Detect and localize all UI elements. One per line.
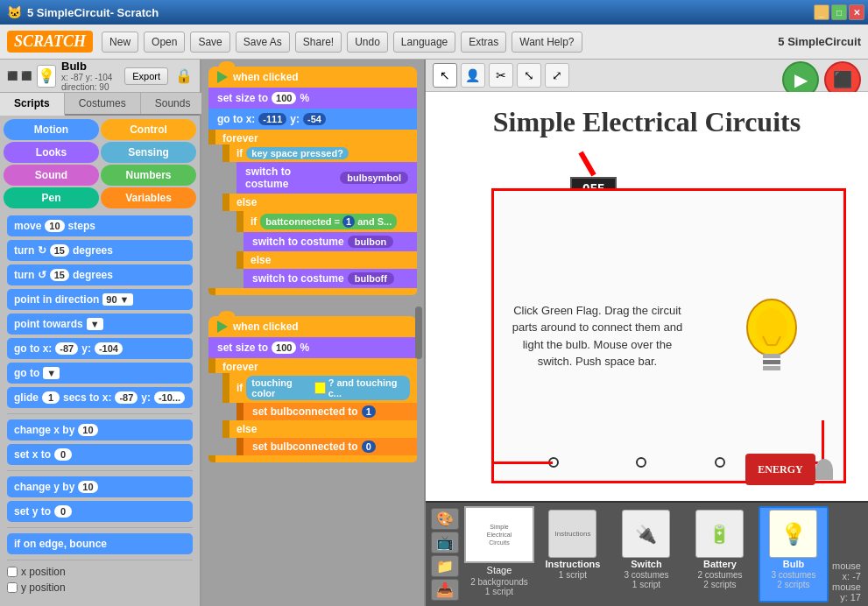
import-btn[interactable]: 📥 [431,579,459,601]
maximize-button[interactable]: □ [831,4,847,20]
green-flag-icon-2 [217,321,228,333]
block-edge-bounce[interactable]: if on edge, bounce [7,533,193,554]
hat-label-1: when clicked [233,71,299,83]
switch-thumbnail: 🔌 [622,510,670,558]
folder-btn[interactable]: 📁 [431,555,459,577]
block-change-x[interactable]: change x by 10 [7,419,193,440]
scrollbar-thumb[interactable] [415,307,422,359]
block-turn-ccw[interactable]: turn ↺ 15 degrees [7,264,193,285]
bottom-panel: 🎨 📺 📁 📥 SimpleElectricalCircuits Stage 2… [426,501,868,606]
stage-toolbar: ↖ 👤 ✂ ⤡ ⤢ ▶ ⬛ [426,60,868,92]
category-numbers[interactable]: Numbers [101,165,196,186]
save-as-button[interactable]: Save As [236,32,290,53]
sprite-bulb[interactable]: 💡 Bulb 3 costumes2 scripts [759,506,829,602]
help-button[interactable]: Want Help? [512,32,582,53]
stage-title: Simple Electrical Circuits [426,92,868,138]
sprite-instructions[interactable]: Instructions Instructions 1 script [538,506,608,602]
checkbox-x-position[interactable]: x position [7,566,193,578]
project-name: 5 SimpleCircuit [778,35,861,48]
stage-label: Stage [487,565,512,575]
costume-name-on: bulbon [348,236,394,248]
if-block-2[interactable]: if battconnected = 1 and S... [236,211,417,232]
battery-top [815,459,833,480]
grow-tool[interactable]: ⤡ [517,63,541,88]
category-pen[interactable]: Pen [4,187,99,208]
checkbox-y-position[interactable]: y position [7,581,193,594]
stage-btn[interactable]: 📺 [431,532,459,553]
block-move[interactable]: move 10 steps [7,215,193,236]
sprite-thumbnail: 💡 [37,65,56,88]
forever-block-2[interactable]: forever [208,358,417,373]
open-button[interactable]: Open [144,32,185,53]
block-point-direction[interactable]: point in direction 90 ▼ [7,289,193,310]
lock-icon: 🔒 [175,67,193,84]
category-variables[interactable]: Variables [101,187,196,208]
share-button[interactable]: Share! [295,32,342,53]
category-sensing[interactable]: Sensing [101,142,196,163]
circuit-dot-2 [636,457,646,468]
export-button[interactable]: Export [124,67,168,85]
shrink-tool[interactable]: ⤢ [545,63,569,88]
switch-lever [578,152,596,177]
scripts-panel[interactable]: when clicked set size to 100 % go to x: … [201,60,426,606]
category-looks[interactable]: Looks [4,142,99,163]
hat-block-2[interactable]: when clicked [208,316,417,337]
right-panel: ↖ 👤 ✂ ⤡ ⤢ ▶ ⬛ Simple Electrical Circuits… [426,60,868,606]
forever-block-1[interactable]: forever [208,130,417,144]
block-set-size-2[interactable]: set size to 100 % [208,337,417,358]
block-change-y[interactable]: change y by 10 [7,476,193,497]
svg-rect-6 [763,366,780,370]
block-point-towards[interactable]: point towards ▼ [7,314,193,335]
sprite-instructions-detail: 1 script [559,570,587,580]
stamp-tool[interactable]: 👤 [461,63,485,88]
stage-thumbnail[interactable]: SimpleElectricalCircuits [464,506,534,563]
svg-rect-5 [763,360,780,364]
block-set-size-1[interactable]: set size to 100 % [208,88,417,109]
tab-scripts[interactable]: Scripts [0,93,65,116]
language-button[interactable]: Language [393,32,455,53]
close-button[interactable]: ✕ [849,4,864,20]
extras-button[interactable]: Extras [461,32,506,53]
tab-sounds[interactable]: Sounds [141,93,206,114]
category-sound[interactable]: Sound [4,165,99,186]
select-tool[interactable]: ↖ [433,63,457,88]
hat-block-1[interactable]: when clicked [208,67,417,88]
block-goto-xy-1[interactable]: go to x: -111 y: -54 [208,109,417,130]
bulb-svg [737,292,807,380]
block-goto-xy[interactable]: go to x: -87 y: -104 [7,338,193,359]
block-turn-cw[interactable]: turn ↻ 15 degrees [7,240,193,261]
block-goto[interactable]: go to ▼ [7,363,193,384]
minimize-button[interactable]: _ [814,4,829,20]
costume-name-symbol: bulbsymbol [340,172,408,184]
category-motion[interactable]: Motion [4,119,99,140]
if-block-3[interactable]: if touching color ? and touching c... [222,373,417,403]
paint-tool-btn[interactable]: 🎨 [431,508,459,530]
costume-block-on[interactable]: switch to costume bulbon [243,232,417,251]
category-control[interactable]: Control [101,119,196,140]
if-block-1[interactable]: if key space pressed? [222,144,417,162]
costume-name-off: bulboff [348,272,394,285]
stage-detail: 2 backgrounds1 script [470,577,528,596]
tab-costumes[interactable]: Costumes [65,93,141,114]
sprite-battery[interactable]: 🔋 Battery 2 costumes2 scripts [685,506,755,602]
green-flag-icon-1 [217,71,228,83]
scissors-tool[interactable]: ✂ [489,63,513,88]
else-block-2: else [236,251,417,269]
stage-thumbnail-area[interactable]: SimpleElectricalCircuits Stage 2 backgro… [464,506,534,602]
set-bulbconnected-0[interactable]: set bulbconnected to 0 [236,438,417,455]
sprite-switch[interactable]: 🔌 Switch 3 costumes1 script [611,506,681,602]
block-list: move 10 steps turn ↻ 15 degrees turn ↺ 1… [0,212,200,606]
block-set-x[interactable]: set x to 0 [7,444,193,465]
save-button[interactable]: Save [190,32,229,53]
undo-button[interactable]: Undo [347,32,388,53]
set-bulbconnected-1[interactable]: set bulbconnected to 1 [236,403,417,420]
block-set-y[interactable]: set y to 0 [7,501,193,522]
bottom-tools: 🎨 📺 📁 📥 [429,506,461,602]
block-glide[interactable]: glide 1 secs to x: -87 y: -10... [7,387,193,408]
forever-end-cap-1 [208,288,417,295]
costume-block-off[interactable]: switch to costume bulboff [243,269,417,288]
costume-block-symbol[interactable]: switch to costume bulbsymbol [236,162,417,194]
battery-thumbnail: 🔋 [695,510,744,558]
script-group-1: when clicked set size to 100 % go to x: … [208,67,417,295]
new-button[interactable]: New [102,32,138,53]
